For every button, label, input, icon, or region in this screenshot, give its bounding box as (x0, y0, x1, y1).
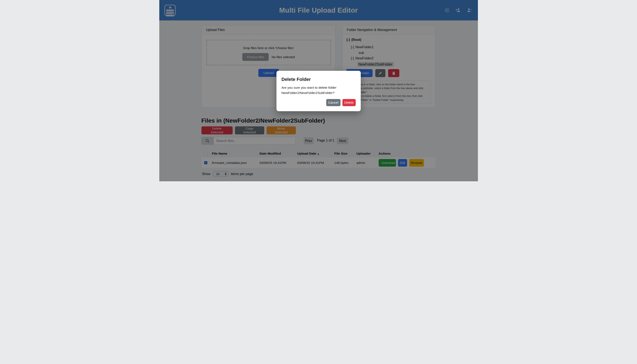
app-page: Multi File Upload Editor Upload Files Dr… (159, 0, 478, 182)
cancel-button[interactable]: Cancel (326, 99, 340, 106)
modal-buttons: Cancel Delete (326, 99, 356, 106)
delete-folder-modal: Delete Folder Are you sure you want to d… (276, 71, 361, 111)
delete-button[interactable]: Delete (342, 99, 356, 106)
modal-title: Delete Folder (282, 77, 356, 82)
modal-message: Are you sure you want to delete folder N… (282, 85, 349, 96)
